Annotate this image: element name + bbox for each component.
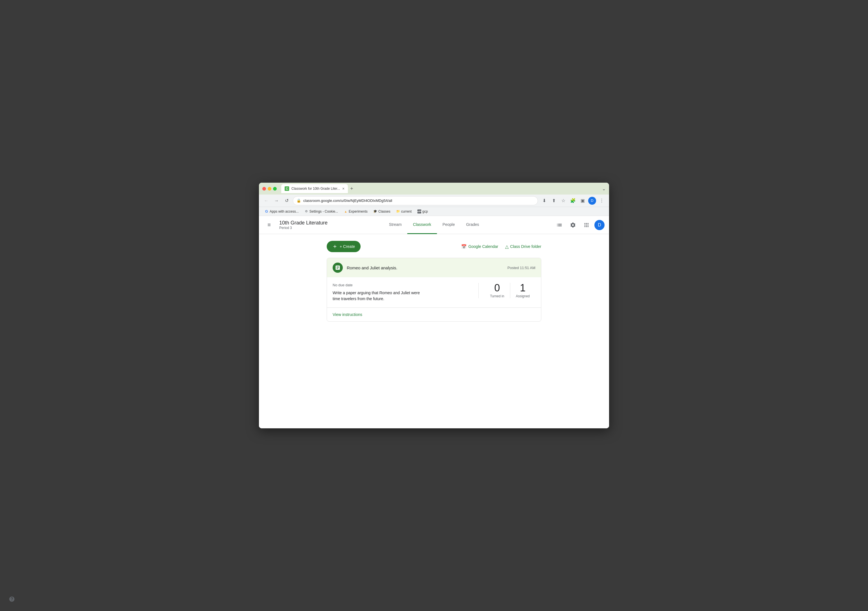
user-avatar[interactable]: D [594, 220, 604, 230]
turned-in-number: 0 [490, 283, 504, 293]
bookmark-apps-label: Apps with access... [270, 209, 299, 214]
title-bar: C Classwork for 10th Grade Liter... × + … [259, 183, 609, 195]
bookmark-current[interactable]: 📁 current [394, 209, 414, 214]
header-actions: D [554, 219, 604, 231]
class-info: 10th Grade Literature Period 3 [279, 220, 327, 230]
header-nav: Stream Classwork People Grades [383, 216, 485, 234]
bookmark-settings[interactable]: ⚙ Settings - Cookie... [302, 209, 340, 214]
bookmark-current-label: current [401, 209, 412, 214]
tab-stream[interactable]: Stream [383, 216, 407, 234]
bookmark-apps[interactable]: G Apps with access... [262, 209, 301, 214]
tab-bar: C Classwork for 10th Grade Liter... × + … [281, 184, 606, 193]
minimize-window-button[interactable] [268, 187, 271, 191]
bookmark-classes[interactable]: 🎓 Classes [371, 209, 393, 214]
no-due-date: No due date [333, 283, 473, 287]
assignment-icon [333, 262, 343, 273]
sidebar-icon[interactable]: ▣ [578, 197, 586, 205]
lock-icon: 🔒 [296, 198, 301, 203]
bookmark-experiments[interactable]: ▲ Experiments [341, 209, 370, 214]
stat-assigned[interactable]: 1 Assigned [510, 283, 535, 298]
maximize-window-button[interactable] [273, 187, 277, 191]
calendar-link-label: Google Calendar [468, 244, 498, 249]
download-icon[interactable]: ⬇ [540, 197, 548, 205]
card-header-left: Romeo and Juliet analysis. [333, 262, 397, 273]
top-links: 📅 Google Calendar △ Class Drive folder [461, 244, 541, 249]
main-content: + Create 📅 Google Calendar △ Class Drive… [259, 234, 609, 428]
active-tab[interactable]: C Classwork for 10th Grade Liter... × [281, 184, 348, 193]
stat-turned-in[interactable]: 0 Turned in [484, 283, 510, 298]
window-controls [262, 187, 277, 191]
browser-profile-avatar[interactable]: D [588, 197, 596, 205]
grid-apps-button[interactable] [581, 219, 592, 231]
settings-button[interactable] [567, 219, 578, 231]
assignment-title: Romeo and Juliet analysis. [347, 265, 397, 270]
assigned-label: Assigned [516, 294, 530, 298]
address-bar: ← → ↺ 🔒 classroom.google.com/u/0/w/NjEyM… [259, 195, 609, 207]
assigned-number: 1 [516, 283, 530, 293]
browser-menu-button[interactable]: ⋮ [598, 197, 606, 205]
refresh-button[interactable]: ↺ [283, 197, 291, 205]
google-calendar-link[interactable]: 📅 Google Calendar [461, 244, 498, 249]
new-tab-button[interactable]: + [348, 185, 355, 193]
extension-icon[interactable]: 🧩 [569, 197, 577, 205]
view-instructions-button[interactable]: View instructions [333, 311, 362, 318]
assignment-card: Romeo and Juliet analysis. Posted 11:51 … [327, 258, 541, 322]
header-left: ≡ 10th Grade Literature Period 3 [264, 219, 327, 231]
address-field[interactable]: 🔒 classroom.google.com/u/0/w/NjEyMDI4ODI… [293, 196, 538, 205]
share-icon[interactable]: ⬆ [550, 197, 558, 205]
bookmark-gcp-label: gcp [422, 209, 428, 214]
assignment-description: Write a paper arguing that Romeo and Jul… [333, 290, 473, 302]
bookmark-icon[interactable]: ☆ [560, 197, 567, 205]
classes-icon: 🎓 [373, 209, 377, 214]
bookmark-classes-label: Classes [378, 209, 391, 214]
back-button[interactable]: ← [262, 197, 270, 205]
bookmarks-bar: G Apps with access... ⚙ Settings - Cooki… [259, 207, 609, 216]
bookmark-api[interactable]: API gcp [415, 209, 430, 214]
stats-section: 0 Turned in 1 Assigned [478, 283, 535, 298]
folder-icon: 📁 [396, 209, 400, 214]
bookmark-experiments-label: Experiments [349, 209, 367, 214]
create-button-label: + Create [340, 244, 355, 249]
forward-button[interactable]: → [273, 197, 281, 205]
tab-grades[interactable]: Grades [460, 216, 485, 234]
card-description: No due date Write a paper arguing that R… [333, 283, 473, 302]
content-wrapper: + Create 📅 Google Calendar △ Class Drive… [321, 241, 547, 322]
browser-window: C Classwork for 10th Grade Liter... × + … [259, 183, 609, 428]
hamburger-menu-button[interactable]: ≡ [264, 219, 275, 231]
app-header: ≡ 10th Grade Literature Period 3 Stream … [259, 216, 609, 234]
address-text: classroom.google.com/u/0/w/NjEyMDI4ODIxM… [303, 198, 392, 203]
tab-classwork[interactable]: Classwork [408, 216, 437, 234]
display-settings-button[interactable] [554, 219, 565, 231]
settings-icon: ⚙ [304, 209, 308, 214]
address-icons: ⬇ ⬆ ☆ 🧩 ▣ D ⋮ [540, 197, 606, 205]
drive-link-label: Class Drive folder [510, 244, 541, 249]
turned-in-label: Turned in [490, 294, 504, 298]
class-period: Period 3 [279, 226, 327, 230]
tab-close-button[interactable]: × [342, 186, 344, 191]
class-name: 10th Grade Literature [279, 220, 327, 226]
create-button[interactable]: + Create [327, 241, 361, 252]
close-window-button[interactable] [262, 187, 266, 191]
tab-favicon: C [285, 186, 289, 191]
calendar-icon: 📅 [461, 244, 467, 249]
experiments-icon: ▲ [344, 209, 347, 214]
bookmark-settings-label: Settings - Cookie... [310, 209, 338, 214]
app-container: ≡ 10th Grade Literature Period 3 Stream … [259, 216, 609, 428]
posted-time: Posted 11:51 AM [507, 266, 535, 270]
tab-people[interactable]: People [437, 216, 460, 234]
class-drive-folder-link[interactable]: △ Class Drive folder [505, 244, 541, 249]
card-footer: View instructions [327, 307, 541, 321]
toolbar-row: + Create 📅 Google Calendar △ Class Drive… [327, 241, 541, 252]
card-body: No due date Write a paper arguing that R… [327, 277, 541, 307]
google-icon: G [265, 209, 268, 214]
tab-title: Classwork for 10th Grade Liter... [291, 187, 340, 191]
api-icon: API [417, 209, 421, 214]
tab-dropdown-button[interactable]: ⌄ [602, 186, 606, 191]
drive-icon: △ [505, 244, 508, 249]
card-header: Romeo and Juliet analysis. Posted 11:51 … [327, 258, 541, 277]
